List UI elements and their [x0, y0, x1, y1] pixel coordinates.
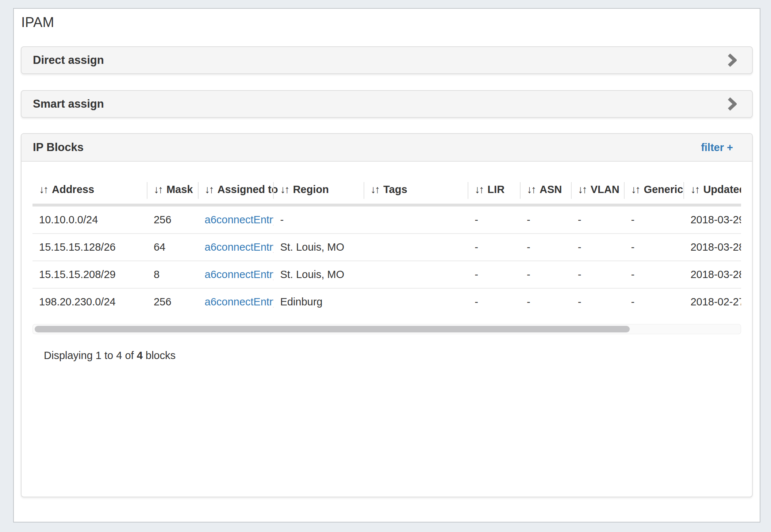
cell-asn: - — [520, 205, 571, 234]
cell-mask: 8 — [147, 261, 198, 288]
cell-address: 15.15.15.128/26 — [32, 234, 147, 261]
column-label: Assigned to — [218, 184, 278, 195]
table-header-row: ↓↑Address↓↑Mask↓↑Assigned to↓↑Region↓↑Ta… — [32, 173, 741, 205]
chevron-right-icon[interactable] — [727, 53, 737, 67]
cell-asn: - — [520, 288, 571, 315]
cell-updated: 2018-03-29 — [684, 205, 741, 234]
column-header-lir[interactable]: ↓↑LIR — [468, 173, 520, 205]
cell-address: 10.10.0.0/24 — [32, 205, 147, 234]
cell-tags — [364, 261, 468, 288]
cell-region: St. Louis, MO — [273, 234, 364, 261]
assigned-to-link[interactable]: a6connectEntry — [205, 241, 274, 253]
column-header-region[interactable]: ↓↑Region — [273, 173, 364, 205]
cell-generic: - — [624, 288, 684, 315]
cell-region: Edinburg — [273, 288, 364, 315]
footer-text-after: blocks — [146, 350, 176, 361]
smart-assign-panel[interactable]: Smart assign — [21, 90, 753, 118]
column-label: ASN — [540, 184, 562, 195]
ip-blocks-table: ↓↑Address↓↑Mask↓↑Assigned to↓↑Region↓↑Ta… — [32, 173, 741, 315]
cell-tags — [364, 205, 468, 234]
direct-assign-panel[interactable]: Direct assign — [21, 46, 753, 74]
footer-count: 4 — [137, 350, 143, 361]
cell-lir: - — [468, 288, 520, 315]
cell-assigned_to: a6connectEntry — [198, 288, 274, 315]
cell-vlan: - — [571, 288, 625, 315]
direct-assign-label: Direct assign — [33, 54, 104, 67]
sort-icon: ↓↑ — [205, 184, 213, 195]
cell-mask: 256 — [147, 205, 198, 234]
horizontal-scrollbar-thumb[interactable] — [35, 326, 630, 332]
chevron-right-icon[interactable] — [727, 97, 737, 111]
column-header-generic[interactable]: ↓↑Generic — [624, 173, 684, 205]
table-row: 15.15.15.208/298a6connectEntrySt. Louis,… — [32, 261, 741, 288]
table-row: 10.10.0.0/24256a6connectEntry-----2018-0… — [32, 205, 741, 234]
column-header-tags[interactable]: ↓↑Tags — [364, 173, 468, 205]
cell-assigned_to: a6connectEntry — [198, 234, 274, 261]
column-header-asn[interactable]: ↓↑ASN — [520, 173, 571, 205]
cell-mask: 64 — [147, 234, 198, 261]
column-label: Region — [293, 184, 329, 195]
cell-generic: - — [624, 205, 684, 234]
ip-blocks-panel: IP Blocks filter + ↓↑Address↓↑Mask↓↑Assi… — [21, 133, 753, 497]
cell-updated: 2018-03-28 — [684, 261, 741, 288]
ip-blocks-table-viewport: ↓↑Address↓↑Mask↓↑Assigned to↓↑Region↓↑Ta… — [32, 173, 741, 315]
cell-assigned_to: a6connectEntry — [198, 205, 274, 234]
sort-icon: ↓↑ — [475, 184, 483, 195]
cell-mask: 256 — [147, 288, 198, 315]
cell-updated: 2018-02-27 — [684, 288, 741, 315]
column-header-mask[interactable]: ↓↑Mask — [147, 173, 198, 205]
sort-icon: ↓↑ — [39, 184, 47, 195]
sort-icon: ↓↑ — [527, 184, 535, 195]
column-header-updated[interactable]: ↓↑Updated — [684, 173, 741, 205]
cell-asn: - — [520, 261, 571, 288]
column-label: LIR — [487, 184, 505, 195]
column-label: Address — [52, 184, 94, 195]
sort-icon: ↓↑ — [578, 184, 586, 195]
sort-icon: ↓↑ — [280, 184, 288, 195]
cell-tags — [364, 288, 468, 315]
table-row: 198.20.230.0/24256a6connectEntryEdinburg… — [32, 288, 741, 315]
cell-address: 198.20.230.0/24 — [32, 288, 147, 315]
cell-vlan: - — [571, 205, 625, 234]
column-header-vlan[interactable]: ↓↑VLAN — [571, 173, 625, 205]
sort-icon: ↓↑ — [631, 184, 639, 195]
filter-toggle-link[interactable]: filter + — [701, 142, 733, 154]
cell-lir: - — [468, 205, 520, 234]
sort-icon: ↓↑ — [154, 184, 162, 195]
column-header-address[interactable]: ↓↑Address — [32, 173, 147, 205]
cell-vlan: - — [571, 234, 625, 261]
column-label: Mask — [166, 184, 193, 195]
ipam-page-card: IPAM Direct assign Smart assign IP Block… — [13, 8, 760, 523]
column-label: Tags — [383, 184, 407, 195]
ip-blocks-body: ↓↑Address↓↑Mask↓↑Assigned to↓↑Region↓↑Ta… — [22, 162, 752, 362]
cell-assigned_to: a6connectEntry — [198, 261, 274, 288]
cell-region: - — [273, 205, 364, 234]
cell-asn: - — [520, 234, 571, 261]
cell-generic: - — [624, 261, 684, 288]
assigned-to-link[interactable]: a6connectEntry — [205, 214, 274, 225]
cell-address: 15.15.15.208/29 — [32, 261, 147, 288]
cell-vlan: - — [571, 261, 625, 288]
assigned-to-link[interactable]: a6connectEntry — [205, 296, 274, 308]
page-title: IPAM — [21, 15, 54, 30]
table-footer: Displaying 1 to 4 of4blocks — [32, 350, 752, 362]
table-row: 15.15.15.128/2664a6connectEntrySt. Louis… — [32, 234, 741, 261]
horizontal-scrollbar-track[interactable] — [32, 324, 741, 334]
assigned-to-link[interactable]: a6connectEntry — [205, 269, 274, 280]
smart-assign-label: Smart assign — [33, 97, 104, 111]
column-label: VLAN — [591, 184, 620, 195]
cell-generic: - — [624, 234, 684, 261]
sort-icon: ↓↑ — [371, 184, 379, 195]
cell-region: St. Louis, MO — [273, 261, 364, 288]
column-label: Generic — [644, 184, 683, 195]
footer-text-before: Displaying 1 to 4 of — [44, 350, 134, 361]
ip-blocks-title: IP Blocks — [33, 141, 84, 154]
column-label: Updated — [703, 184, 741, 195]
column-header-assigned_to[interactable]: ↓↑Assigned to — [198, 173, 274, 205]
ip-blocks-header: IP Blocks filter + — [22, 134, 752, 162]
cell-lir: - — [468, 234, 520, 261]
cell-updated: 2018-03-28 — [684, 234, 741, 261]
cell-tags — [364, 234, 468, 261]
sort-icon: ↓↑ — [690, 184, 699, 195]
cell-lir: - — [468, 261, 520, 288]
